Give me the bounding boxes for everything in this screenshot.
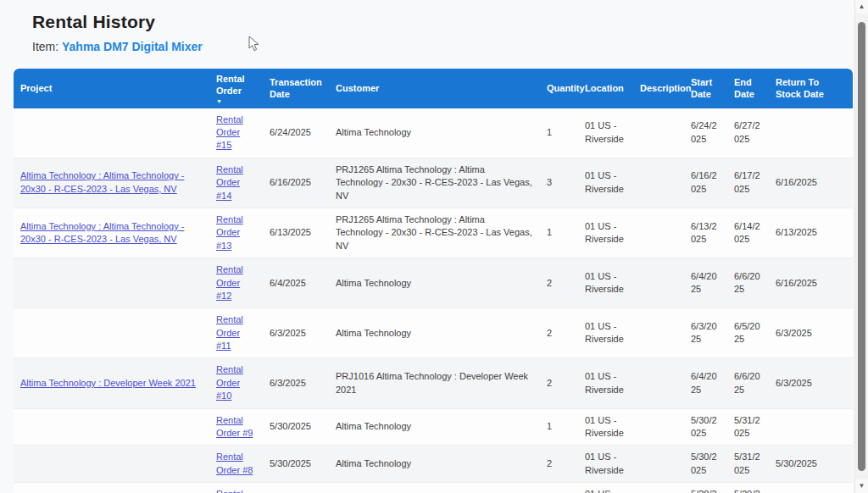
rental-order-link[interactable]: Rental Order #8 [216, 451, 253, 474]
rental-history-page: Rental History Item: Yahma DM7 Digital M… [0, 0, 854, 493]
customer-cell: Altima Technology [329, 408, 540, 446]
location-cell: 01 US - Riverside [578, 358, 633, 408]
table-row: Rental Order #9 5/30/2025 Altima Technol… [14, 408, 853, 446]
customer-cell: PRJ1016 Altima Technology : Developer We… [329, 358, 540, 408]
rental-order-cell: Rental Order #11 [209, 308, 263, 358]
rental-order-link[interactable]: Rental Order #9 [216, 415, 253, 438]
quantity-cell: 1 [540, 208, 578, 258]
end-date-cell: 6/5/2025 [727, 308, 769, 358]
column-header-end-date[interactable]: End Date [727, 69, 769, 108]
start-date-cell: 6/24/2025 [684, 108, 727, 158]
transaction-date-cell: 5/28/2025 [263, 483, 329, 493]
quantity-cell: 2 [540, 308, 578, 358]
rental-order-cell: Rental Order #8 [209, 446, 263, 483]
rental-order-link[interactable]: Rental Order #12 [216, 264, 243, 301]
location-cell: 01 US - Riverside [578, 308, 633, 358]
rental-order-cell: Rental Order #14 [209, 158, 263, 208]
page-title: Rental History [32, 12, 854, 32]
transaction-date-cell: 5/30/2025 [263, 446, 329, 483]
start-date-cell: 6/13/2025 [684, 208, 727, 258]
rental-history-table: Project Rental Order ▼ Transaction Date … [14, 69, 853, 493]
page-header: Rental History Item: Yahma DM7 Digital M… [32, 12, 854, 53]
table-row: Rental Order #7 5/28/2025 Altima Technol… [14, 483, 853, 493]
start-date-cell: 6/4/2025 [684, 258, 727, 308]
return-date-cell: 6/16/2025 [769, 158, 853, 208]
project-cell [14, 483, 209, 493]
column-header-project[interactable]: Project [14, 69, 209, 108]
item-link[interactable]: Yahma DM7 Digital Mixer [62, 40, 203, 53]
column-header-return-to-stock-date[interactable]: Return To Stock Date [769, 69, 853, 108]
return-date-cell: 5/28/2025 [769, 483, 853, 493]
end-date-cell: 5/29/2025 [727, 483, 769, 493]
customer-cell: Altima Technology [329, 108, 540, 158]
sort-desc-icon: ▼ [216, 98, 256, 104]
customer-cell: Altima Technology [329, 483, 540, 493]
end-date-cell: 6/6/2025 [727, 258, 769, 308]
rental-order-link[interactable]: Rental Order #14 [216, 164, 243, 201]
vertical-scrollbar[interactable]: ▲ ▼ [854, 0, 868, 493]
project-cell [14, 108, 209, 158]
project-cell [14, 308, 209, 358]
rental-order-cell: Rental Order #15 [209, 108, 263, 158]
rental-order-link[interactable]: Rental Order #13 [216, 214, 243, 251]
start-date-cell: 6/16/2025 [684, 158, 727, 208]
transaction-date-cell: 6/3/2025 [263, 358, 329, 408]
table-row: Altima Technology : Altima Technology - … [14, 158, 853, 208]
project-cell: Altima Technology : Altima Technology - … [14, 158, 209, 208]
location-cell: 01 US - Riverside [578, 258, 633, 308]
quantity-cell: 1 [540, 408, 578, 446]
table-row: Rental Order #8 5/30/2025 Altima Technol… [14, 446, 853, 483]
quantity-cell: 2 [540, 258, 578, 308]
item-label: Item: [32, 40, 58, 53]
rental-history-table-wrap: Project Rental Order ▼ Transaction Date … [14, 69, 854, 493]
return-date-cell: 6/3/2025 [769, 358, 853, 408]
description-cell [633, 108, 684, 158]
transaction-date-cell: 5/30/2025 [263, 408, 329, 446]
column-header-quantity[interactable]: Quantity [540, 69, 578, 108]
table-row: Altima Technology : Altima Technology - … [14, 208, 853, 258]
return-date-cell: 6/16/2025 [769, 258, 853, 308]
rental-order-link[interactable]: Rental Order #10 [216, 364, 243, 401]
column-header-transaction-date[interactable]: Transaction Date [263, 69, 329, 108]
scroll-down-icon[interactable]: ▼ [855, 479, 868, 493]
rental-order-link[interactable]: Rental Order #7 [216, 489, 253, 493]
end-date-cell: 6/17/2025 [727, 158, 769, 208]
return-date-cell: 5/30/2025 [769, 446, 853, 483]
end-date-cell: 6/14/2025 [727, 208, 769, 258]
customer-cell: Altima Technology [329, 258, 540, 308]
location-cell: 01 US - Riverside [578, 408, 633, 446]
column-header-location[interactable]: Location [578, 69, 633, 108]
start-date-cell: 6/4/2025 [684, 358, 727, 408]
scroll-up-icon[interactable]: ▲ [855, 0, 868, 14]
description-cell [633, 208, 684, 258]
column-header-description[interactable]: Description [633, 69, 684, 108]
transaction-date-cell: 6/16/2025 [263, 158, 329, 208]
transaction-date-cell: 6/3/2025 [263, 308, 329, 358]
rental-order-cell: Rental Order #9 [209, 408, 263, 446]
quantity-cell: 1 [540, 483, 578, 493]
project-link[interactable]: Altima Technology : Developer Week 2021 [20, 378, 196, 388]
rental-order-link[interactable]: Rental Order #15 [216, 114, 243, 151]
project-link[interactable]: Altima Technology : Altima Technology - … [20, 221, 184, 244]
rental-order-cell: Rental Order #13 [209, 208, 263, 258]
start-date-cell: 5/30/2025 [684, 408, 727, 446]
end-date-cell: 6/27/2025 [727, 108, 769, 158]
table-header-row: Project Rental Order ▼ Transaction Date … [14, 69, 853, 108]
scrollbar-thumb[interactable] [858, 22, 865, 471]
rental-order-link[interactable]: Rental Order #11 [216, 314, 243, 351]
project-cell [14, 258, 209, 308]
quantity-cell: 2 [540, 446, 578, 483]
start-date-cell: 5/28/2025 [684, 483, 727, 493]
customer-cell: PRJ1265 Altima Technology : Altima Techn… [329, 208, 540, 258]
quantity-cell: 2 [540, 358, 578, 408]
column-header-rental-order[interactable]: Rental Order ▼ [209, 69, 263, 108]
column-header-customer[interactable]: Customer [329, 69, 540, 108]
project-link[interactable]: Altima Technology : Altima Technology - … [20, 170, 184, 193]
column-header-start-date[interactable]: Start Date [684, 69, 727, 108]
description-cell [633, 258, 684, 308]
transaction-date-cell: 6/13/2025 [263, 208, 329, 258]
return-date-cell: 6/3/2025 [769, 308, 853, 358]
location-cell: 01 US - Riverside [578, 208, 633, 258]
customer-cell: PRJ1265 Altima Technology : Altima Techn… [329, 158, 540, 208]
table-body: Rental Order #15 6/24/2025 Altima Techno… [14, 108, 853, 493]
